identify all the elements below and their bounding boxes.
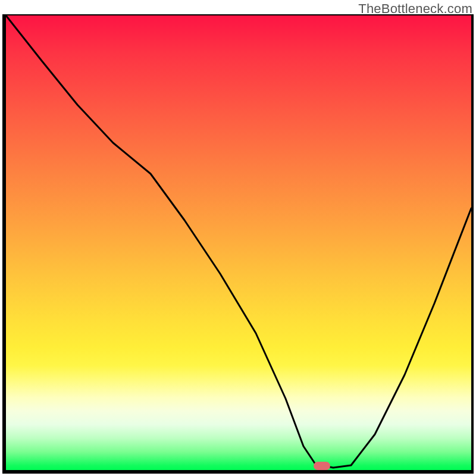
plot-area xyxy=(6,15,471,470)
bottleneck-curve xyxy=(6,15,471,470)
plot-frame xyxy=(2,14,474,474)
minimum-marker xyxy=(314,462,330,470)
